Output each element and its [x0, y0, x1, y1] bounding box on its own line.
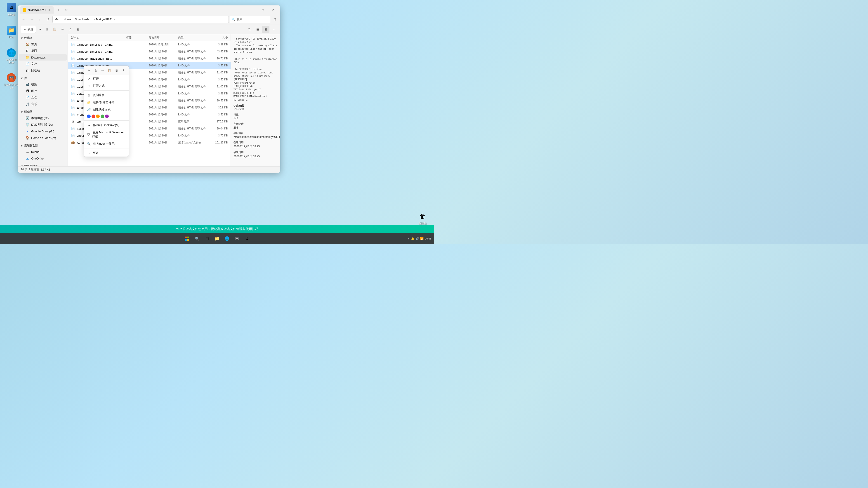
- table-row[interactable]: 📄 Chinese (Simplified)_China 2021年1月10日 …: [68, 48, 230, 55]
- ctx-copy-path[interactable]: ⎘ 复制路径: [84, 92, 129, 99]
- share-btn[interactable]: ↗: [67, 26, 74, 33]
- copy-btn[interactable]: ⎘: [44, 26, 50, 33]
- sidebar-item-videos[interactable]: 📹 视频: [19, 81, 67, 88]
- ctx-move-onedrive[interactable]: ☁ 移动到 OneDrive(M): [84, 122, 129, 129]
- breadcrumb-folder[interactable]: noMeiryoUI241: [93, 18, 113, 21]
- tab-close-btn[interactable]: ×: [47, 8, 51, 12]
- forward-btn[interactable]: →: [28, 16, 35, 23]
- recycle-bin-icon[interactable]: 🗑 回收站: [414, 211, 432, 226]
- settings-taskbar-btn[interactable]: ⚙: [242, 234, 251, 243]
- desktop-icon-edge[interactable]: 🌐 Microsoft Edge: [2, 47, 20, 65]
- search-input[interactable]: [237, 18, 268, 21]
- sidebar-item-icloud[interactable]: ☁ iCloud: [19, 149, 67, 155]
- breadcrumb-downloads[interactable]: Downloads: [75, 18, 89, 21]
- ctx-paste-btn[interactable]: 📋: [107, 67, 113, 73]
- settings-btn[interactable]: ⚙: [271, 16, 278, 23]
- paste-btn[interactable]: 📋: [51, 26, 59, 33]
- desktop-icon-files[interactable]: 📁 Files: [2, 25, 20, 39]
- sidebar-item-mac-home[interactable]: 🏠 Home on 'Mac' (Z:): [19, 135, 67, 141]
- view-sort-btn[interactable]: ⇅: [246, 26, 253, 33]
- system-tray-expand[interactable]: ∧: [408, 237, 410, 240]
- sidebar-section-drives[interactable]: ∨ 驱动器: [18, 109, 68, 115]
- search-taskbar-btn[interactable]: 🔍: [193, 234, 202, 243]
- view-toggle-btn[interactable]: ⊞: [262, 26, 270, 33]
- up-btn[interactable]: ↑: [36, 16, 43, 23]
- ctx-defender[interactable]: 🛡 使用 Microsoft Defender扫描...: [84, 129, 129, 140]
- view-group-btn[interactable]: ☰: [254, 26, 261, 33]
- col-size-header[interactable]: 大小: [208, 36, 228, 39]
- svg-rect-1: [187, 236, 189, 238]
- table-row[interactable]: 📄 Chinese (Simplified)_China 2020年12月13日…: [68, 41, 230, 48]
- sidebar-item-google[interactable]: ▲ Google Drive (G:): [19, 128, 67, 134]
- ctx-open[interactable]: ↗ 打开: [84, 75, 129, 82]
- rename-btn[interactable]: ✏: [59, 26, 66, 33]
- sidebar-section-cloud[interactable]: ∨ 云端驱动器: [18, 143, 68, 149]
- file-size: 21.07 KB: [208, 85, 228, 88]
- sidebar-item-home[interactable]: 🏠 主页: [19, 41, 67, 47]
- color-dot-blue[interactable]: [87, 115, 91, 118]
- sidebar-item-localc[interactable]: 💽 本地磁盘 (C:): [19, 115, 67, 121]
- sidebar-item-docs2[interactable]: 📄 文档: [19, 94, 67, 101]
- file-explorer-taskbar-btn[interactable]: 📁: [213, 234, 221, 243]
- ctx-finder[interactable]: 🔍 在 Finder 中显示: [84, 140, 129, 147]
- ctx-select-create[interactable]: 📁 选择/创建文件夹: [84, 99, 129, 106]
- file-type: 应用程序: [178, 120, 208, 124]
- tab-refresh-btn[interactable]: ⟳: [64, 7, 70, 13]
- sidebar-section-favorites[interactable]: ∨ 收藏夹: [18, 35, 68, 41]
- file-type: LNG 文件: [178, 43, 208, 46]
- col-date-header[interactable]: 修改日期: [149, 36, 178, 39]
- sidebar-item-downloads[interactable]: 📁 Downloads: [19, 54, 67, 61]
- col-type-header[interactable]: 类型: [178, 36, 208, 39]
- table-row[interactable]: 📄 Chinese (Traditional)_Tai... 2021年1月10…: [68, 55, 230, 62]
- address-bar[interactable]: Mac › Home › Downloads › noMeiryoUI241 ›: [53, 16, 229, 23]
- task-view-btn[interactable]: ❑: [203, 234, 212, 243]
- ctx-more[interactable]: ··· 更多 ›: [84, 149, 129, 157]
- color-dot-red[interactable]: [92, 115, 95, 118]
- breadcrumb-home[interactable]: Home: [64, 18, 71, 21]
- ctx-create-shortcut[interactable]: 🔗 创建快捷方式: [84, 106, 129, 113]
- ctx-cut-btn[interactable]: ✂: [86, 67, 92, 73]
- search-box[interactable]: 🔍: [230, 16, 270, 23]
- sidebar-item-recycle[interactable]: 🗑 回收站: [19, 67, 67, 74]
- delete-btn[interactable]: 🗑: [74, 26, 82, 33]
- tray-icon-3[interactable]: 📶: [420, 237, 424, 240]
- start-menu-btn[interactable]: [183, 234, 192, 243]
- edge-taskbar-btn[interactable]: 🌐: [222, 234, 231, 243]
- desktop-icon-computer[interactable]: 🖥 此电脑: [2, 2, 20, 18]
- ctx-info-btn[interactable]: ℹ: [121, 67, 126, 73]
- back-btn[interactable]: ←: [20, 16, 27, 23]
- col-tag-header[interactable]: 标签: [126, 36, 149, 39]
- sidebar-item-pictures[interactable]: 🖼 图片: [19, 88, 67, 94]
- color-dot-orange[interactable]: [96, 115, 100, 118]
- tray-icon-1[interactable]: 🔔: [411, 237, 414, 240]
- desktop-icon-game[interactable]: 🎮 游戏相关文字3.4: [2, 72, 20, 90]
- ctx-copy-btn[interactable]: ⎘: [93, 67, 99, 73]
- cut-btn[interactable]: ✂: [36, 26, 43, 33]
- sidebar-item-dvd[interactable]: 💿 DVD 驱动器 (D:): [19, 122, 67, 128]
- minimize-btn[interactable]: —: [247, 6, 258, 13]
- view-more-btn[interactable]: ···: [270, 26, 278, 33]
- ctx-delete-btn[interactable]: 🗑: [114, 67, 119, 73]
- col-name-header[interactable]: 名称 ∧: [70, 36, 126, 39]
- breadcrumb-mac[interactable]: Mac: [55, 18, 60, 21]
- sidebar-item-onedrive[interactable]: ☁ OneDrive: [19, 155, 67, 162]
- ctx-open-with[interactable]: ⊞ 打开方式: [84, 82, 129, 90]
- close-btn[interactable]: ✕: [268, 6, 278, 13]
- maximize-btn[interactable]: □: [258, 6, 268, 13]
- sidebar-section-library[interactable]: ∨ 库: [18, 75, 68, 81]
- sidebar-item-documents[interactable]: 📄 文档: [19, 61, 67, 67]
- taskbar-clock[interactable]: 16:06: [425, 237, 431, 240]
- sidebar-item-desktop[interactable]: 🖥 桌面: [19, 48, 67, 54]
- refresh-btn[interactable]: ↺: [44, 16, 52, 23]
- tray-icon-2[interactable]: 🔊: [415, 237, 419, 240]
- ad-banner[interactable]: MD5的游戏文件怎么用？揭秘高效游戏文件管理与使用技巧: [0, 225, 434, 233]
- game-taskbar-btn[interactable]: 🎮: [232, 234, 241, 243]
- new-tab-btn[interactable]: +: [55, 7, 62, 13]
- new-btn[interactable]: ＋ 新建: [21, 26, 36, 33]
- ctx-rename-btn[interactable]: ✏: [100, 67, 106, 73]
- sidebar-item-music[interactable]: 🎵 音乐: [19, 101, 67, 107]
- color-dot-purple[interactable]: [105, 115, 109, 118]
- sidebar-section-network[interactable]: ∨ 网络驱动器: [18, 163, 68, 166]
- color-dot-green[interactable]: [101, 115, 104, 118]
- tab[interactable]: noMeiryoUI241 ×: [20, 6, 54, 13]
